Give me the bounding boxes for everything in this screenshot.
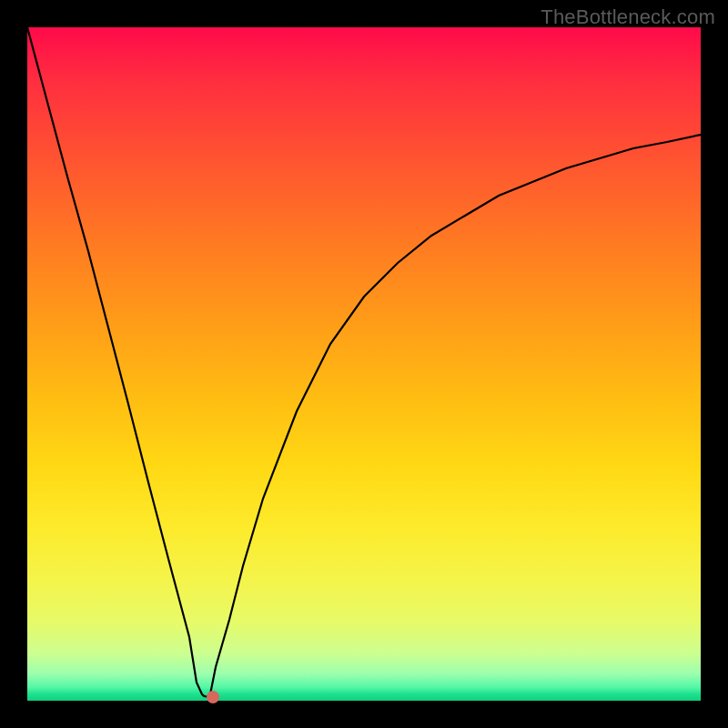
watermark-text: TheBottleneck.com [541,5,715,29]
plot-area [27,27,701,701]
chart-frame: TheBottleneck.com [0,0,728,728]
curve-svg [27,27,701,701]
bottleneck-curve-path [27,27,701,697]
optimum-marker [207,691,219,703]
